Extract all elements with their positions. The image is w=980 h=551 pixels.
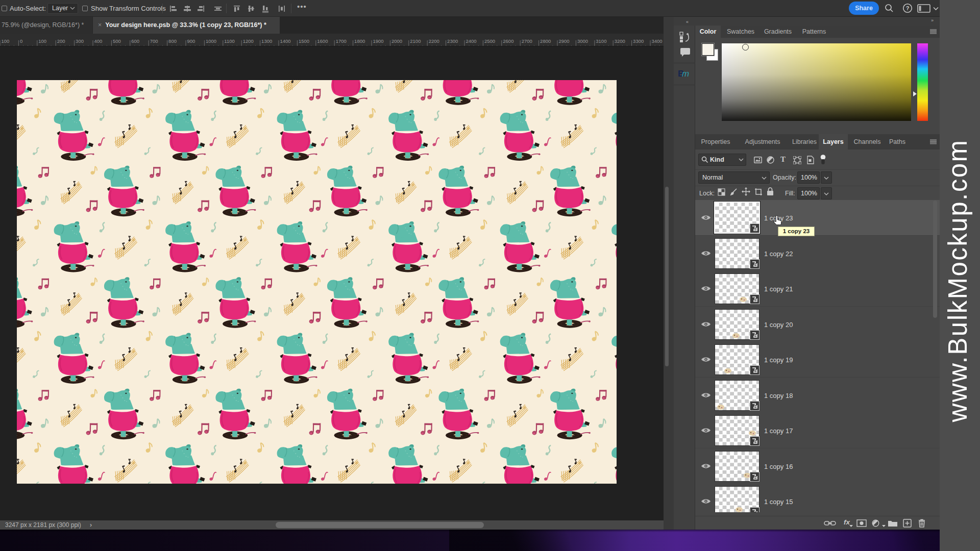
svg-text:2600: 2600 <box>503 38 513 44</box>
svg-text:600: 600 <box>131 38 139 44</box>
svg-text:3100: 3100 <box>596 38 606 44</box>
svg-text:500: 500 <box>113 38 121 44</box>
svg-text:3400: 3400 <box>652 38 663 44</box>
svg-text:800: 800 <box>168 38 177 44</box>
svg-text:100: 100 <box>38 38 46 44</box>
svg-text:0: 0 <box>20 38 22 44</box>
svg-text:2300: 2300 <box>447 38 458 44</box>
svg-text:2900: 2900 <box>559 38 570 44</box>
svg-text:2000: 2000 <box>391 38 402 44</box>
svg-text:300: 300 <box>76 38 84 44</box>
svg-text:3000: 3000 <box>577 38 588 44</box>
svg-text:1600: 1600 <box>317 38 328 44</box>
svg-text:400: 400 <box>94 38 103 44</box>
svg-text:1200: 1200 <box>243 38 254 44</box>
svg-text:2200: 2200 <box>429 38 439 44</box>
svg-text:1500: 1500 <box>299 38 309 44</box>
svg-text:100: 100 <box>2 38 10 44</box>
svg-text:1400: 1400 <box>280 38 291 44</box>
svg-text:3200: 3200 <box>615 38 625 44</box>
svg-text:1300: 1300 <box>261 38 272 44</box>
svg-text:2800: 2800 <box>540 38 551 44</box>
svg-text:2500: 2500 <box>484 38 495 44</box>
svg-text:1900: 1900 <box>373 38 384 44</box>
svg-text:2100: 2100 <box>410 38 421 44</box>
svg-text:900: 900 <box>187 38 195 44</box>
svg-text:1800: 1800 <box>354 38 365 44</box>
svg-text:700: 700 <box>150 38 158 44</box>
svg-text:2700: 2700 <box>522 38 532 44</box>
svg-text:1000: 1000 <box>206 38 216 44</box>
svg-text:200: 200 <box>57 38 65 44</box>
svg-text:1100: 1100 <box>224 38 234 44</box>
svg-text:2400: 2400 <box>466 38 477 44</box>
svg-text:1700: 1700 <box>336 38 347 44</box>
svg-text:3300: 3300 <box>633 38 644 44</box>
svg-text:?: ? <box>906 5 910 11</box>
